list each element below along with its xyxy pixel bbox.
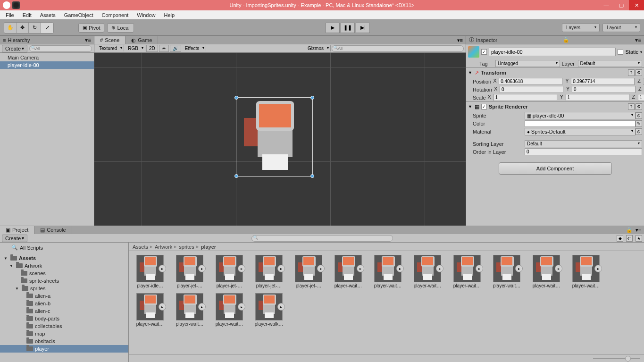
folder-artwork[interactable]: ▼Artwork <box>0 262 128 269</box>
static-checkbox[interactable] <box>618 49 623 55</box>
asset-item[interactable]: ▸ player-jet-… <box>291 255 326 288</box>
selection-handle-tl[interactable] <box>234 96 238 100</box>
layout-dropdown[interactable]: Layout <box>602 23 640 32</box>
shading-mode-dropdown[interactable]: Textured <box>96 45 124 51</box>
menu-window[interactable]: Window <box>134 11 158 19</box>
asset-item[interactable]: ▸ player-idle… <box>133 255 167 288</box>
hierarchy-menu-icon[interactable]: ▾≡ <box>85 37 91 43</box>
hierarchy-search-input[interactable]: All <box>29 45 92 52</box>
sprite-expand-icon[interactable]: ▸ <box>159 265 166 272</box>
component-settings-icon[interactable]: ⚙ <box>636 69 642 76</box>
menu-gameobject[interactable]: GameObject <box>61 11 96 19</box>
gameobject-icon[interactable] <box>468 46 479 58</box>
folder-assets[interactable]: ▼Assets <box>0 254 128 262</box>
lighting-toggle[interactable]: ☀ <box>159 45 169 52</box>
hierarchy-create-button[interactable]: Create ▾ <box>2 45 27 52</box>
gizmos-dropdown[interactable]: Gizmos <box>305 45 331 51</box>
order-in-layer-input[interactable] <box>525 148 642 155</box>
spriterenderer-enable-checkbox[interactable]: ✓ <box>481 104 487 109</box>
sprite-expand-icon[interactable]: ▸ <box>198 303 206 311</box>
minimize-button[interactable]: — <box>599 0 614 10</box>
asset-item[interactable]: ▸ player-wait… <box>370 255 405 288</box>
menu-assets[interactable]: Assets <box>37 11 59 19</box>
menu-edit[interactable]: Edit <box>20 11 34 19</box>
scene-search-input[interactable]: All <box>332 45 464 52</box>
sprite-picker-icon[interactable]: ⊙ <box>636 112 642 119</box>
selection-handle-bl[interactable] <box>234 174 238 178</box>
scene-menu-icon[interactable]: ▾≡ <box>457 37 466 43</box>
help-icon[interactable]: ? <box>628 103 635 110</box>
asset-item[interactable]: ▸ player-jet-… <box>172 255 207 288</box>
scene-viewport[interactable] <box>94 53 466 226</box>
filter-by-label-icon[interactable]: 🏷 <box>626 235 633 242</box>
render-mode-dropdown[interactable]: RGB <box>125 45 145 51</box>
scale-z-input[interactable] <box>638 94 644 101</box>
sprite-expand-icon[interactable]: ▸ <box>317 265 325 272</box>
selection-box[interactable] <box>236 97 313 177</box>
sprite-expand-icon[interactable]: ▸ <box>159 303 166 311</box>
menu-help[interactable]: Help <box>161 11 177 19</box>
selection-handle-tr[interactable] <box>310 96 314 100</box>
project-search-input[interactable] <box>251 235 393 242</box>
fold-arrow-icon[interactable]: ▼ <box>15 286 20 291</box>
asset-item[interactable]: ▸ player-wait… <box>569 255 603 288</box>
maximize-button[interactable]: ▢ <box>614 0 629 10</box>
folder-player[interactable]: player <box>0 345 128 353</box>
sprite-expand-icon[interactable]: ▸ <box>436 265 443 272</box>
pivot-toggle[interactable]: ▣ Pivot <box>78 23 104 33</box>
asset-item[interactable]: ▸ player-walk… <box>251 293 286 327</box>
rotation-y-input[interactable] <box>572 86 636 93</box>
color-picker-icon[interactable]: ✎ <box>636 120 642 127</box>
sprite-expand-icon[interactable]: ▸ <box>555 265 562 272</box>
inspector-tab[interactable]: ⓘ Inspector 🔒 ▾≡ <box>466 36 644 44</box>
sprite-expand-icon[interactable]: ▸ <box>357 265 364 272</box>
static-dropdown-icon[interactable]: ▾ <box>640 50 642 54</box>
rotate-tool[interactable]: ↻ <box>29 23 41 33</box>
gameobject-name-input[interactable] <box>489 48 616 56</box>
sprite-expand-icon[interactable]: ▸ <box>277 265 285 272</box>
position-y-input[interactable] <box>571 78 635 85</box>
asset-item[interactable]: ▸ player-wait… <box>331 255 366 288</box>
asset-item[interactable]: ▸ player-wait… <box>529 255 564 288</box>
folder-alien-b[interactable]: alien-b <box>0 300 128 307</box>
folder-alien-a[interactable]: alien-a <box>0 292 128 300</box>
hierarchy-item-player[interactable]: player-idle-00 <box>0 61 94 69</box>
scene-tab[interactable]: # Scene <box>94 36 125 44</box>
folder-sprites[interactable]: ▼sprites <box>0 285 128 292</box>
project-tab[interactable]: ▣ Project <box>0 226 34 234</box>
folder-obsitacls[interactable]: obsitacls <box>0 337 128 345</box>
active-checkbox[interactable]: ✓ <box>481 49 487 55</box>
layers-dropdown[interactable]: Layers <box>562 23 600 32</box>
asset-item[interactable]: ▸ player-wait… <box>450 255 485 288</box>
breadcrumb-assets[interactable]: Assets <box>133 244 148 250</box>
sorting-layer-dropdown[interactable]: Default <box>525 140 642 147</box>
breadcrumb-artwork[interactable]: Artwork <box>155 244 172 250</box>
local-toggle[interactable]: ⊕ Local <box>107 23 134 33</box>
save-search-icon[interactable]: ★ <box>636 235 642 242</box>
scale-tool[interactable]: ⤢ <box>41 23 53 33</box>
sprite-expand-icon[interactable]: ▸ <box>396 265 404 272</box>
filter-by-type-icon[interactable]: ◆ <box>617 235 623 242</box>
sprite-expand-icon[interactable]: ▸ <box>238 265 245 272</box>
play-button[interactable]: ▶ <box>326 23 340 33</box>
color-field[interactable] <box>525 120 636 127</box>
breadcrumb-player[interactable]: player <box>201 244 216 250</box>
scale-y-input[interactable] <box>566 94 629 101</box>
help-icon[interactable]: ? <box>628 69 635 76</box>
sprite-expand-icon[interactable]: ▸ <box>476 265 483 272</box>
asset-item[interactable]: ▸ player-wait… <box>133 293 167 327</box>
project-lock-icon[interactable]: 🔒 <box>626 227 636 233</box>
folder-collectables[interactable]: collectables <box>0 322 128 330</box>
project-create-button[interactable]: Create ▾ <box>2 235 27 242</box>
folder-sprite-sheets[interactable]: sprite-sheets <box>0 277 128 285</box>
rotation-x-input[interactable] <box>500 86 563 93</box>
sprite-expand-icon[interactable]: ▸ <box>594 265 602 272</box>
step-button[interactable]: ▶| <box>356 23 370 33</box>
layer-dropdown[interactable]: Default <box>578 60 643 67</box>
add-component-button[interactable]: Add Component <box>499 162 612 175</box>
transform-foldout-icon[interactable]: ▼ <box>468 70 473 75</box>
folder-map[interactable]: map <box>0 330 128 337</box>
spriterenderer-foldout-icon[interactable]: ▼ <box>468 104 473 109</box>
folder-scenes[interactable]: scenes <box>0 269 128 277</box>
asset-item[interactable]: ▸ player-wait… <box>410 255 445 288</box>
